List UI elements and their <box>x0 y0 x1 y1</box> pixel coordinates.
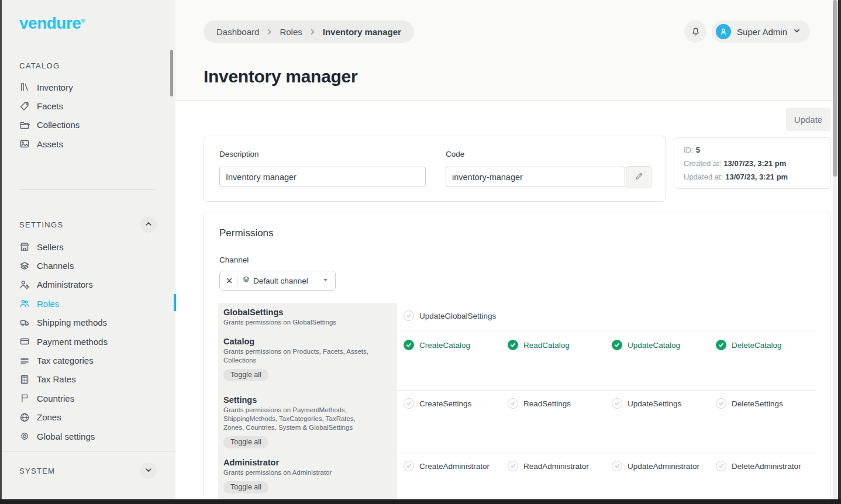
page-scrollbar-thumb[interactable] <box>833 0 837 177</box>
group-name: GlobalSettings <box>223 308 389 317</box>
permission-updatesettings[interactable]: UpdateSettings <box>612 398 716 409</box>
chevron-down-icon <box>793 26 801 37</box>
sidebar-item-assets[interactable]: Assets <box>19 134 170 153</box>
sidebar-item-label: Global settings <box>37 431 95 441</box>
group-description: Grants permissions on Products, Facets, … <box>223 347 377 365</box>
sidebar: vendure® CATALOG Inventory Facets Collec… <box>0 0 175 504</box>
permission-readsettings[interactable]: ReadSettings <box>508 398 612 409</box>
inventory-icon <box>19 82 30 92</box>
entity-info-panel: ID:5 Created at:13/07/23, 3:21 pm Update… <box>674 137 830 189</box>
collections-icon <box>19 120 30 130</box>
channel-select[interactable]: Default channel <box>219 271 336 291</box>
group-cell: Settings Grants permissions on PaymentMe… <box>218 391 397 453</box>
sidebar-item-sellers[interactable]: Sellers <box>19 237 170 256</box>
sidebar-item-tax-categories[interactable]: Tax categories <box>19 351 170 370</box>
sidebar-item-tax-rates[interactable]: Tax Rates <box>19 370 170 389</box>
edit-code-button[interactable] <box>626 166 652 188</box>
sidebar-item-zones[interactable]: Zones <box>19 408 170 427</box>
breadcrumb-roles[interactable]: Roles <box>280 27 302 37</box>
globe-icon <box>19 412 30 423</box>
permission-createsettings[interactable]: CreateSettings <box>404 398 508 409</box>
code-input[interactable] <box>446 167 625 187</box>
checkbox-unchecked-icon <box>508 398 518 409</box>
page-title: Inventory manager <box>204 67 357 87</box>
window-border-bottom <box>0 499 841 504</box>
sidebar-item-label: Inventory <box>37 82 73 92</box>
sidebar-item-label: Shipping methods <box>37 317 107 327</box>
permission-row-catalog: Catalog Grants permissions on Products, … <box>218 332 816 391</box>
sidebar-item-label: Tax categories <box>37 355 94 365</box>
permissions-heading: Permissions <box>219 227 274 239</box>
permission-readcatalog[interactable]: ReadCatalog <box>508 340 612 350</box>
settings-nav: Sellers Channels Administrators Roles Sh… <box>19 237 170 446</box>
sidebar-item-label: Sellers <box>37 242 64 252</box>
description-input[interactable] <box>219 167 426 187</box>
chevron-up-icon <box>145 219 152 230</box>
window-border-left <box>0 0 2 504</box>
sidebar-item-label: Assets <box>37 139 63 149</box>
toggle-all-button[interactable]: Toggle all <box>223 369 268 381</box>
entity-created-at: Created at:13/07/23, 3:21 pm <box>684 159 821 168</box>
roles-icon <box>19 298 30 309</box>
user-menu[interactable]: Super Admin <box>712 20 810 43</box>
sidebar-item-administrators[interactable]: Administrators <box>19 275 170 294</box>
credit-card-icon <box>19 336 30 347</box>
system-collapse-button[interactable] <box>140 462 157 479</box>
permission-updateadministrator[interactable]: UpdateAdministrator <box>612 461 716 471</box>
sidebar-item-label: Administrators <box>37 279 93 289</box>
description-label: Description <box>219 150 259 158</box>
sidebar-item-collections[interactable]: Collections <box>19 116 170 134</box>
window-border-right <box>838 0 841 504</box>
permission-cells: CreateSettings ReadSettings UpdateSettin… <box>397 391 816 453</box>
page-scrollbar-track[interactable] <box>833 0 837 504</box>
breadcrumb-current: Inventory manager <box>323 27 401 37</box>
sidebar-item-channels[interactable]: Channels <box>19 256 170 275</box>
flag-icon <box>19 393 30 403</box>
checkbox-unchecked-icon <box>404 461 414 471</box>
sidebar-item-roles[interactable]: Roles <box>19 294 170 313</box>
breadcrumb-dashboard[interactable]: Dashboard <box>216 27 259 37</box>
sidebar-item-shipping-methods[interactable]: Shipping methods <box>19 313 170 332</box>
permission-deleteadministrator[interactable]: DeleteAdministrator <box>716 461 820 471</box>
checkbox-unchecked-icon <box>716 461 726 471</box>
update-button[interactable]: Update <box>786 108 830 131</box>
calculator-icon <box>19 374 30 385</box>
permission-createcatalog[interactable]: CreateCatalog <box>404 340 508 350</box>
sidebar-item-label: Facets <box>37 101 63 111</box>
sidebar-item-label: Payment methods <box>37 337 108 347</box>
chevron-down-icon <box>145 465 152 476</box>
settings-collapse-button[interactable] <box>140 216 157 233</box>
group-cell: GlobalSettings Grants permissions on Glo… <box>218 303 397 332</box>
catalog-nav: Inventory Facets Collections Assets <box>19 78 170 154</box>
permission-updateglobalsettings[interactable]: UpdateGlobalSettings <box>404 310 508 321</box>
permission-deletecatalog[interactable]: DeleteCatalog <box>716 340 820 350</box>
sidebar-item-payment-methods[interactable]: Payment methods <box>19 332 170 351</box>
clear-channel-icon[interactable] <box>226 275 232 286</box>
sidebar-item-global-settings[interactable]: Global settings <box>19 427 170 446</box>
sidebar-item-countries[interactable]: Countries <box>19 389 170 408</box>
channels-icon <box>19 261 30 271</box>
main-content: Dashboard Roles Inventory manager Super … <box>175 0 841 504</box>
group-description: Grants permissions on PaymentMethods, Sh… <box>223 406 377 432</box>
permission-row-globalsettings: GlobalSettings Grants permissions on Glo… <box>218 303 816 332</box>
notifications-button[interactable] <box>684 20 706 43</box>
breadcrumb: Dashboard Roles Inventory manager <box>204 20 414 43</box>
chevron-right-icon <box>309 27 316 37</box>
group-name: Administrator <box>223 458 389 467</box>
permission-createadministrator[interactable]: CreateAdministrator <box>404 461 508 471</box>
sidebar-item-label: Countries <box>37 393 74 403</box>
toggle-all-button[interactable]: Toggle all <box>223 436 268 448</box>
permission-updatecatalog[interactable]: UpdateCatalog <box>612 340 716 350</box>
sidebar-item-facets[interactable]: Facets <box>19 96 170 115</box>
section-label-system: SYSTEM <box>19 467 55 475</box>
vendure-logo[interactable]: vendure® <box>19 14 85 33</box>
sidebar-scrollbar-thumb[interactable] <box>170 50 173 96</box>
registered-mark: ® <box>81 18 84 24</box>
group-description: Grants permissions on GlobalSettings <box>223 318 377 327</box>
toggle-all-button[interactable]: Toggle all <box>223 481 268 493</box>
permissions-card: Permissions Channel Default channel Glob… <box>204 212 830 504</box>
permission-deletesettings[interactable]: DeleteSettings <box>716 398 820 409</box>
sidebar-item-inventory[interactable]: Inventory <box>19 78 170 96</box>
permission-cells: CreateAdministrator ReadAdministrator Up… <box>397 453 816 503</box>
permission-readadministrator[interactable]: ReadAdministrator <box>508 461 612 471</box>
